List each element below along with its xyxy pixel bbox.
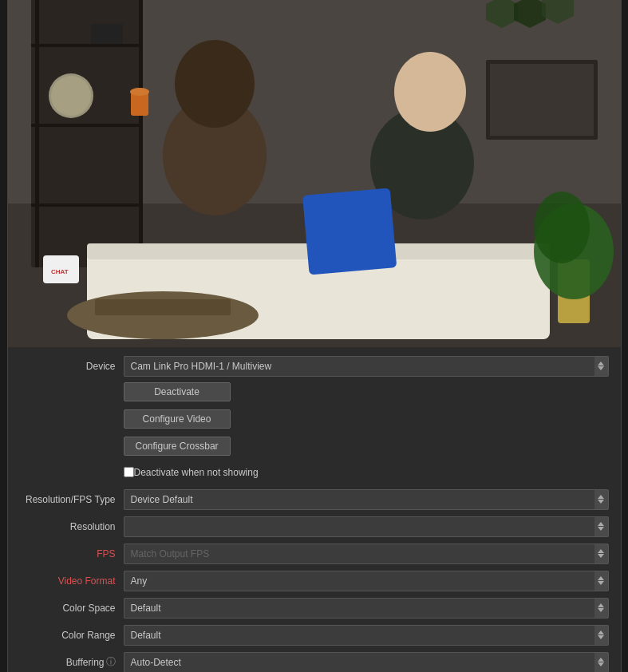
- buffering-select[interactable]: Auto-Detect: [124, 652, 609, 673]
- svg-rect-27: [302, 188, 397, 275]
- fps-arrow-down: [598, 554, 604, 558]
- resolution-fps-type-field[interactable]: Device Default: [124, 489, 594, 510]
- checkbox-group: Deactivate when not showing: [124, 467, 259, 478]
- preview-scene: CHAT: [8, 0, 621, 347]
- properties-dialog: Properties for 'Cam Link Pro HDMI 1' ✕: [7, 0, 622, 672]
- resolution-fps-type-row: Resolution/FPS Type Device Default: [20, 488, 609, 511]
- video-format-field[interactable]: Any: [124, 571, 594, 591]
- svg-rect-2: [31, 0, 143, 267]
- device-select-field[interactable]: Cam Link Pro HDMI-1 / Multiview: [124, 356, 594, 377]
- svg-point-9: [51, 76, 91, 116]
- svg-rect-5: [31, 44, 143, 47]
- resolution-arrows[interactable]: [594, 516, 609, 537]
- resolution-select[interactable]: [124, 516, 609, 537]
- color-range-row: Color Range Default: [20, 624, 609, 646]
- color-space-select[interactable]: Default: [124, 598, 609, 619]
- resolution-arrow-up: [598, 522, 604, 526]
- video-format-row: Video Format Any: [20, 570, 609, 592]
- device-row: Device Cam Link Pro HDMI-1 / Multiview: [20, 355, 609, 378]
- svg-rect-4: [139, 0, 143, 267]
- color-space-arrows[interactable]: [594, 598, 609, 619]
- fps-field[interactable]: Match Output FPS: [124, 544, 594, 564]
- action-buttons-row: Deactivate Configure Video Configure Cro…: [20, 382, 609, 460]
- deactivate-checkbox[interactable]: [124, 467, 134, 477]
- color-space-arrow-down: [598, 608, 604, 612]
- svg-point-12: [130, 88, 149, 96]
- svg-point-30: [534, 192, 590, 263]
- checkbox-row: Deactivate when not showing: [20, 461, 609, 484]
- color-range-arrows[interactable]: [594, 625, 609, 646]
- buffering-arrows[interactable]: [594, 652, 609, 673]
- fps-select[interactable]: Match Output FPS: [124, 544, 609, 564]
- svg-point-24: [175, 40, 255, 128]
- color-space-field[interactable]: Default: [124, 598, 594, 619]
- video-preview: CHAT: [8, 0, 621, 347]
- svg-rect-17: [490, 64, 594, 136]
- configure-video-button[interactable]: Configure Video: [124, 409, 231, 429]
- configure-crossbar-button[interactable]: Configure Crossbar: [124, 437, 231, 456]
- color-space-arrow-up: [598, 603, 604, 607]
- svg-rect-32: [95, 299, 231, 315]
- svg-point-26: [394, 52, 466, 132]
- fps-arrow-up: [598, 549, 604, 553]
- device-select-wrapper[interactable]: Cam Link Pro HDMI-1 / Multiview: [124, 356, 609, 377]
- res-fps-arrow-up: [598, 495, 604, 499]
- buffering-field[interactable]: Auto-Detect: [124, 652, 594, 673]
- color-range-arrow-down: [598, 635, 604, 639]
- color-range-select[interactable]: Default: [124, 625, 609, 646]
- resolution-fps-type-select[interactable]: Device Default: [124, 489, 609, 510]
- resolution-row: Resolution: [20, 516, 609, 538]
- svg-rect-3: [35, 0, 39, 267]
- svg-rect-7: [31, 204, 143, 207]
- buffering-label: Buffering ⓘ: [20, 655, 124, 669]
- resolution-label: Resolution: [20, 521, 124, 532]
- fps-row: FPS Match Output FPS: [20, 543, 609, 565]
- device-label: Device: [20, 361, 124, 372]
- color-range-arrow-up: [598, 630, 604, 634]
- resolution-arrow-down: [598, 527, 604, 531]
- buffering-row: Buffering ⓘ Auto-Detect: [20, 651, 609, 673]
- device-value: Cam Link Pro HDMI-1 / Multiview: [131, 361, 272, 372]
- device-arrow-down: [598, 366, 604, 370]
- action-buttons-group: Deactivate Configure Video Configure Cro…: [124, 382, 231, 460]
- resolution-fps-type-label: Resolution/FPS Type: [20, 494, 124, 505]
- video-format-arrow-down: [598, 581, 604, 585]
- video-format-arrow-up: [598, 576, 604, 580]
- resolution-fps-type-arrows[interactable]: [594, 489, 609, 510]
- video-format-label: Video Format: [20, 575, 124, 587]
- buffering-info-icon: ⓘ: [106, 655, 116, 669]
- checkbox-label: Deactivate when not showing: [134, 467, 259, 478]
- device-select-arrows[interactable]: [594, 356, 609, 377]
- controls-area: Device Cam Link Pro HDMI-1 / Multiview D…: [8, 347, 621, 673]
- device-arrow-up: [598, 362, 604, 366]
- deactivate-button[interactable]: Deactivate: [124, 382, 231, 401]
- buffering-arrow-up: [598, 658, 604, 662]
- svg-rect-6: [31, 124, 143, 127]
- video-format-arrows[interactable]: [594, 571, 609, 591]
- resolution-field[interactable]: [124, 516, 594, 537]
- color-range-field[interactable]: Default: [124, 625, 594, 646]
- video-format-select[interactable]: Any: [124, 571, 609, 591]
- svg-rect-10: [91, 24, 123, 44]
- fps-arrows[interactable]: [594, 544, 609, 564]
- svg-text:CHAT: CHAT: [51, 268, 69, 275]
- fps-label: FPS: [20, 548, 124, 559]
- color-range-label: Color Range: [20, 630, 124, 641]
- buffering-arrow-down: [598, 662, 604, 666]
- color-space-row: Color Space Default: [20, 597, 609, 619]
- res-fps-arrow-down: [598, 500, 604, 504]
- color-space-label: Color Space: [20, 603, 124, 614]
